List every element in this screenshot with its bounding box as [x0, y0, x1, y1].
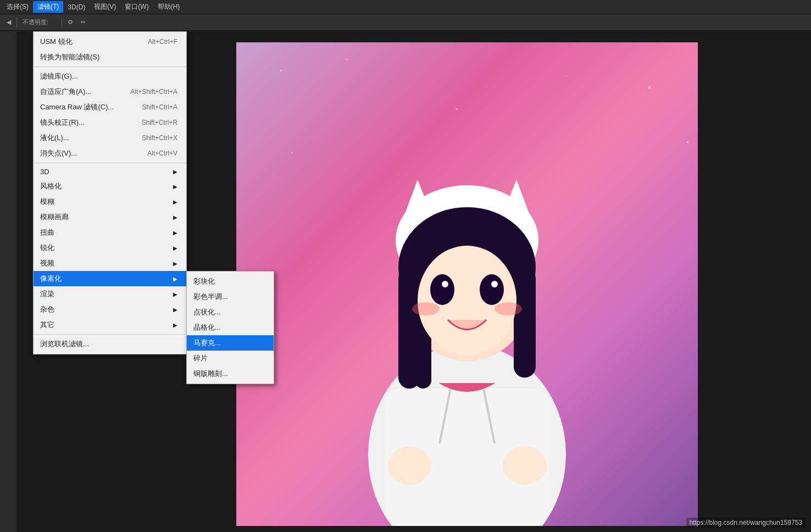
svg-point-11 [480, 274, 504, 305]
menu-item-blur[interactable]: 模糊 ▶ [34, 194, 186, 209]
edit-icon[interactable]: ✏ [79, 18, 88, 27]
toolbar: ◀ 不透明度: ⚙ ✏ [0, 14, 811, 31]
menu-item-vanishing[interactable]: 消失点(V)... Alt+Ctrl+V [34, 146, 186, 161]
menu-divider-2 [34, 163, 186, 163]
menu-filter[interactable]: 滤镜(T) [33, 1, 63, 13]
menu-item-other[interactable]: 其它 ▶ [34, 317, 186, 332]
submenu-item-mezzotint[interactable]: 铜版雕刻... [187, 366, 274, 381]
menu-item-usm-shortcut: Alt+Ctrl+F [148, 38, 177, 46]
menu-window[interactable]: 窗口(W) [120, 1, 153, 13]
menu-item-adaptive-shortcut: Alt+Shift+Ctrl+A [130, 88, 177, 96]
menu-item-pixelate-label: 像素化 [40, 274, 62, 284]
menu-item-camera-raw-shortcut: Shift+Ctrl+A [142, 103, 177, 111]
menu-item-adaptive-label: 自适应广角(A)... [40, 87, 91, 97]
menu-item-sharpen[interactable]: 锐化 ▶ [34, 240, 186, 256]
arrow-icon-render: ▶ [173, 291, 177, 297]
menu-item-usm[interactable]: USM 锐化 Alt+Ctrl+F [34, 34, 186, 49]
submenu-item-pointillize-label: 点状化... [193, 307, 221, 317]
menu-help[interactable]: 帮助(H) [153, 1, 185, 13]
menu-item-filter-lib[interactable]: 滤镜库(G)... [34, 69, 186, 84]
main-content: https://blog.csdn.net/wangchun159753 USM… [0, 31, 811, 532]
svg-point-10 [430, 274, 454, 305]
menu-divider-1 [34, 66, 186, 67]
submenu-item-colorhalftone[interactable]: 彩色半调... [187, 289, 274, 304]
watermark: https://blog.csdn.net/wangchun159753 [686, 518, 806, 528]
arrow-icon-stylize: ▶ [173, 184, 177, 190]
arrow-icon-other: ▶ [173, 322, 177, 328]
toolbar-sep2 [62, 18, 62, 27]
arrow-icon-distort: ▶ [173, 230, 177, 236]
menu-item-liquify-label: 液化(L)... [40, 133, 69, 143]
menu-item-noise[interactable]: 杂色 ▶ [34, 302, 186, 317]
svg-point-19 [387, 446, 431, 485]
canvas-area [236, 42, 698, 526]
menu-item-browse[interactable]: 浏览联机滤镜... [34, 336, 186, 352]
toolbar-back[interactable]: ◀ [4, 18, 13, 27]
pixelate-submenu: 彩块化 彩色半调... 点状化... 晶格化... 马赛克... 碎片 [186, 271, 274, 384]
menu-item-3d[interactable]: 3D ▶ [34, 165, 186, 179]
menu-bar: 选择(S) 滤镜(T) 3D(D) 视图(V) 窗口(W) 帮助(H) [0, 0, 811, 14]
submenu-item-crystallize[interactable]: 晶格化... [187, 320, 274, 335]
menu-item-stylize-label: 风格化 [40, 181, 62, 191]
menu-item-lens-correct-label: 镜头校正(R)... [40, 118, 85, 128]
submenu-item-pointillize[interactable]: 点状化... [187, 304, 274, 320]
svg-point-14 [412, 302, 440, 315]
menu-item-lens-correct[interactable]: 镜头校正(R)... Shift+Ctrl+R [34, 115, 186, 130]
menu-item-camera-raw-label: Camera Raw 滤镜(C)... [40, 102, 114, 112]
arrow-icon-pixelate: ▶ [173, 276, 177, 282]
toolbar-opacity-value [54, 21, 58, 24]
menu-item-blur-label: 模糊 [40, 197, 54, 207]
submenu-item-crystallize-label: 晶格化... [193, 323, 221, 332]
submenu-item-mosaic-label: 马赛克... [193, 338, 221, 348]
menu-item-browse-label: 浏览联机滤镜... [40, 339, 89, 349]
toolbar-sep1 [16, 18, 17, 27]
menu-item-video-label: 视频 [40, 258, 54, 268]
menu-item-liquify-shortcut: Shift+Ctrl+X [142, 134, 177, 142]
menu-item-camera-raw[interactable]: Camera Raw 滤镜(C)... Shift+Ctrl+A [34, 99, 186, 115]
menu-item-usm-label: USM 锐化 [40, 37, 73, 47]
svg-rect-7 [514, 268, 536, 378]
submenu-item-fragment[interactable]: 碎片 [187, 351, 274, 366]
arrow-icon-sharpen: ▶ [173, 245, 177, 251]
submenu-item-mosaic[interactable]: 马赛克... [187, 335, 274, 351]
menu-item-blur-gallery[interactable]: 模糊画廊 ▶ [34, 209, 186, 225]
menu-divider-3 [34, 334, 186, 335]
menu-item-pixelate[interactable]: 像素化 ▶ 彩块化 彩色半调... 点状化... 晶格化... 马赛克... [34, 271, 186, 286]
submenu-item-colorflat[interactable]: 彩块化 [187, 274, 274, 289]
menu-item-smart-label: 转换为智能滤镜(S) [40, 52, 99, 62]
menu-item-distort[interactable]: 扭曲 ▶ [34, 225, 186, 240]
svg-point-15 [495, 302, 522, 315]
menu-item-adaptive[interactable]: 自适应广角(A)... Alt+Shift+Ctrl+A [34, 84, 186, 99]
gear-icon[interactable]: ⚙ [65, 18, 75, 27]
menu-item-distort-label: 扭曲 [40, 228, 54, 237]
menu-item-video[interactable]: 视频 ▶ [34, 256, 186, 271]
menu-item-smart[interactable]: 转换为智能滤镜(S) [34, 49, 186, 65]
left-panel [0, 31, 16, 532]
menu-item-liquify[interactable]: 液化(L)... Shift+Ctrl+X [34, 130, 186, 146]
menu-view[interactable]: 视图(V) [90, 1, 120, 13]
menu-item-stylize[interactable]: 风格化 ▶ [34, 179, 186, 194]
svg-point-12 [442, 281, 448, 287]
menu-item-other-label: 其它 [40, 320, 54, 330]
menu-item-render[interactable]: 渲染 ▶ [34, 286, 186, 302]
menu-item-filter-lib-label: 滤镜库(G)... [40, 71, 78, 81]
toolbar-opacity-label: 不透明度: [20, 17, 51, 27]
arrow-icon-video: ▶ [173, 261, 177, 267]
canvas-image [236, 42, 698, 526]
menu-item-3d-label: 3D [40, 168, 49, 176]
svg-point-13 [491, 281, 498, 287]
arrow-icon-noise: ▶ [173, 307, 177, 313]
filter-dropdown-menu: USM 锐化 Alt+Ctrl+F 转换为智能滤镜(S) 滤镜库(G)... 自… [33, 31, 187, 354]
menu-3d[interactable]: 3D(D) [63, 2, 90, 12]
menu-item-vanishing-shortcut: Alt+Ctrl+V [147, 149, 177, 157]
svg-point-9 [418, 246, 516, 356]
arrow-icon-blur-gallery: ▶ [173, 214, 177, 220]
anime-character [330, 114, 604, 526]
menu-item-vanishing-label: 消失点(V)... [40, 148, 77, 158]
menu-item-blur-gallery-label: 模糊画廊 [40, 212, 69, 222]
arrow-icon-blur: ▶ [173, 199, 177, 205]
menu-select[interactable]: 选择(S) [2, 1, 33, 13]
menu-item-sharpen-label: 锐化 [40, 243, 54, 253]
submenu-item-colorhalftone-label: 彩色半调... [193, 292, 228, 302]
submenu-item-fragment-label: 碎片 [193, 353, 208, 363]
